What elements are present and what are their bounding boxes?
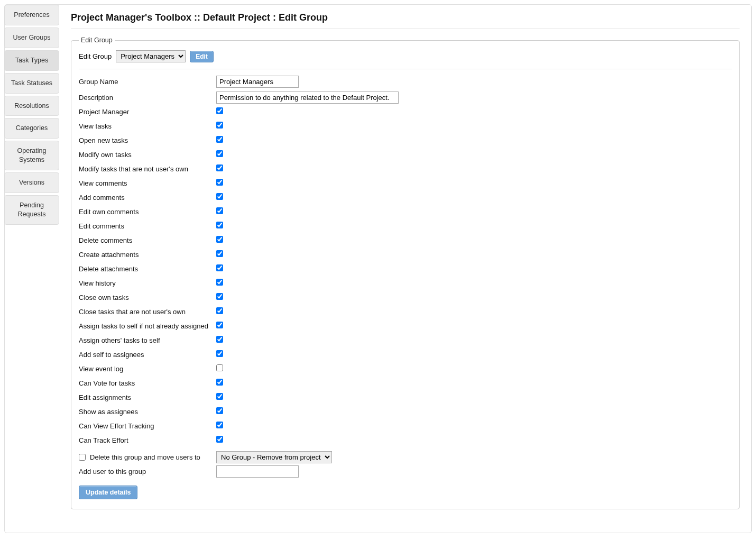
sidebar-item-preferences[interactable]: Preferences xyxy=(4,5,59,25)
edit-group-label: Edit Group xyxy=(79,52,112,60)
move-users-select[interactable]: No Group - Remove from project xyxy=(216,451,332,463)
permission-label: Modify tasks that are not user's own xyxy=(79,165,216,173)
sidebar-item-versions[interactable]: Versions xyxy=(4,172,59,193)
permission-checkbox[interactable] xyxy=(216,279,223,286)
permission-label: Edit assignments xyxy=(79,393,216,401)
permission-row: View tasks xyxy=(79,119,732,133)
sidebar: PreferencesUser GroupsTask TypesTask Sta… xyxy=(4,5,59,227)
edit-button[interactable]: Edit xyxy=(190,51,214,62)
permission-row: Close own tasks xyxy=(79,290,732,304)
permission-checkbox[interactable] xyxy=(216,150,223,157)
permission-row: Show as assignees xyxy=(79,405,732,418)
permission-checkbox[interactable] xyxy=(216,379,223,386)
permission-checkbox[interactable] xyxy=(216,322,223,328)
sidebar-item-resolutions[interactable]: Resolutions xyxy=(4,96,59,116)
permission-checkbox[interactable] xyxy=(216,350,223,357)
permission-label: View event log xyxy=(79,365,216,373)
content-area: Project Manager's Toolbox :: Default Pro… xyxy=(59,5,751,517)
permission-checkbox[interactable] xyxy=(216,407,223,414)
permission-row: Edit comments xyxy=(79,219,732,233)
edit-group-fieldset: Edit Group Edit Group Project Managers E… xyxy=(71,36,740,509)
permission-row: Assign others' tasks to self xyxy=(79,333,732,347)
permission-row: Add self to assignees xyxy=(79,347,732,361)
fieldset-legend: Edit Group xyxy=(79,36,115,44)
permission-row: Can Track Effort xyxy=(79,433,732,447)
permission-row: Edit own comments xyxy=(79,205,732,218)
permission-row: Edit assignments xyxy=(79,390,732,404)
permission-row: Project Manager xyxy=(79,105,732,118)
permission-row: Delete comments xyxy=(79,233,732,247)
add-user-label: Add user to this group xyxy=(79,468,216,475)
permission-checkbox[interactable] xyxy=(216,250,223,257)
edit-group-select[interactable]: Project Managers xyxy=(116,50,186,62)
group-name-input[interactable] xyxy=(216,76,299,88)
description-label: Description xyxy=(79,94,216,102)
permission-checkbox[interactable] xyxy=(216,193,223,200)
permission-label: Delete attachments xyxy=(79,265,216,273)
permission-row: Add comments xyxy=(79,190,732,204)
permission-checkbox[interactable] xyxy=(216,236,223,243)
permission-row: View event log xyxy=(79,362,732,376)
permission-label: Can Track Effort xyxy=(79,436,216,444)
permission-row: Modify own tasks xyxy=(79,148,732,161)
permission-label: Edit own comments xyxy=(79,208,216,216)
permission-label: Can Vote for tasks xyxy=(79,379,216,387)
permission-checkbox[interactable] xyxy=(216,307,223,314)
permission-checkbox[interactable] xyxy=(216,293,223,300)
permission-checkbox[interactable] xyxy=(216,122,223,129)
permission-checkbox[interactable] xyxy=(216,436,223,443)
edit-group-select-row: Edit Group Project Managers Edit xyxy=(79,50,732,69)
permission-checkbox[interactable] xyxy=(216,179,223,186)
group-name-label: Group Name xyxy=(79,78,216,86)
page-title: Project Manager's Toolbox :: Default Pro… xyxy=(71,12,740,29)
sidebar-item-operating-systems[interactable]: Operating Systems xyxy=(4,141,59,170)
permission-row: View comments xyxy=(79,176,732,190)
permission-row: Assign tasks to self if not already assi… xyxy=(79,319,732,333)
permission-label: Open new tasks xyxy=(79,136,216,144)
permission-label: Close tasks that are not user's own xyxy=(79,308,216,316)
permission-label: Edit comments xyxy=(79,222,216,230)
sidebar-item-user-groups[interactable]: User Groups xyxy=(4,28,59,48)
permission-label: Delete comments xyxy=(79,236,216,244)
permission-label: View history xyxy=(79,279,216,287)
permission-checkbox[interactable] xyxy=(216,107,223,114)
permission-checkbox[interactable] xyxy=(216,393,223,400)
permission-checkbox[interactable] xyxy=(216,207,223,214)
permission-label: Project Manager xyxy=(79,108,216,116)
permission-checkbox[interactable] xyxy=(216,264,223,271)
delete-group-checkbox[interactable] xyxy=(79,454,86,461)
permission-checkbox[interactable] xyxy=(216,422,223,428)
permission-label: View comments xyxy=(79,179,216,187)
permission-checkbox[interactable] xyxy=(216,136,223,143)
sidebar-item-categories[interactable]: Categories xyxy=(4,118,59,139)
permission-row: View history xyxy=(79,276,732,290)
permission-label: Can View Effort Tracking xyxy=(79,422,216,430)
permission-label: Assign others' tasks to self xyxy=(79,336,216,344)
permission-label: Assign tasks to self if not already assi… xyxy=(79,322,216,330)
permission-label: Close own tasks xyxy=(79,294,216,301)
permission-row: Can View Effort Tracking xyxy=(79,419,732,433)
permission-row: Modify tasks that are not user's own xyxy=(79,162,732,176)
permission-checkbox[interactable] xyxy=(216,364,223,371)
delete-group-label: Delete this group and move users to xyxy=(90,453,200,461)
sidebar-item-task-types[interactable]: Task Types xyxy=(4,50,59,71)
permission-row: Close tasks that are not user's own xyxy=(79,305,732,318)
permission-label: View tasks xyxy=(79,122,216,130)
sidebar-item-task-statuses[interactable]: Task Statuses xyxy=(4,73,59,94)
permission-checkbox[interactable] xyxy=(216,164,223,171)
update-details-button[interactable]: Update details xyxy=(79,486,137,499)
sidebar-item-pending-requests[interactable]: Pending Requests xyxy=(4,195,59,225)
permission-row: Can Vote for tasks xyxy=(79,376,732,390)
permission-label: Add self to assignees xyxy=(79,351,216,359)
permission-label: Show as assignees xyxy=(79,408,216,416)
permission-label: Modify own tasks xyxy=(79,151,216,159)
permission-row: Create attachments xyxy=(79,248,732,261)
permission-checkbox[interactable] xyxy=(216,336,223,343)
permission-checkbox[interactable] xyxy=(216,222,223,228)
permission-row: Delete attachments xyxy=(79,262,732,276)
permission-label: Add comments xyxy=(79,194,216,202)
permission-row: Open new tasks xyxy=(79,133,732,147)
add-user-input[interactable] xyxy=(216,465,299,478)
permission-label: Create attachments xyxy=(79,251,216,259)
description-input[interactable] xyxy=(216,91,399,104)
